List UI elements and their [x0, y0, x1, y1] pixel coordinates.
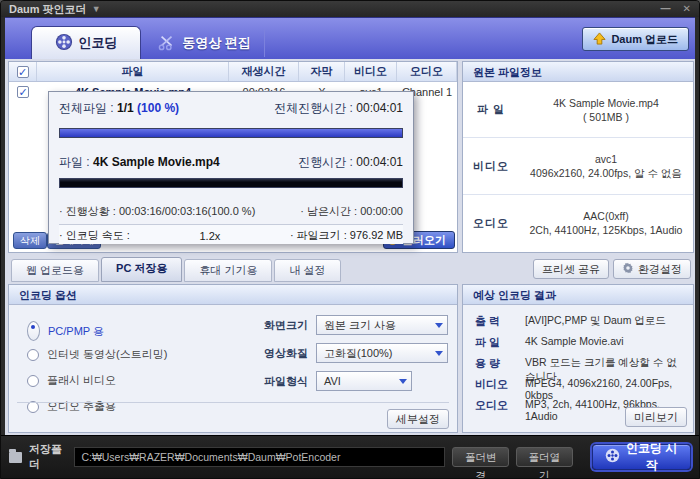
- preset-share-button[interactable]: 프리셋 공유: [533, 259, 609, 279]
- daum-upload-label: Daum 업로드: [611, 32, 678, 47]
- format-select[interactable]: AVI: [316, 371, 412, 391]
- remaining-time-text: · 남은시간 : 00:00:00: [300, 204, 403, 219]
- settings-button[interactable]: 환경설정: [613, 259, 691, 279]
- file-list-header: ✓ 파일 재생시간 자막 비디오 오디오: [9, 62, 457, 82]
- chevron-down-icon: [435, 323, 443, 328]
- total-progress-bar: [59, 128, 403, 138]
- tab-mobile-device[interactable]: 휴대 기기용: [184, 259, 272, 282]
- upload-arrow-icon: [593, 32, 606, 47]
- expected-result-title: 예상 인코딩 결과: [463, 285, 693, 305]
- chevron-down-icon: [435, 351, 443, 356]
- tab-encoding[interactable]: 인코딩: [31, 26, 141, 59]
- column-duration[interactable]: 재생시간: [229, 62, 299, 81]
- chevron-down-icon: [399, 379, 407, 384]
- gear-icon: [622, 262, 634, 276]
- tab-pc-save[interactable]: PC 저장용: [101, 257, 182, 282]
- radio-icon: [27, 349, 39, 361]
- minimize-button[interactable]: —: [661, 2, 671, 16]
- film-reel-icon: [605, 448, 620, 466]
- radio-internet-streaming[interactable]: 인터넷 동영상(스트리밍): [27, 347, 167, 362]
- source-info-panel: 원본 파일정보 파 일 4K Sample Movie.mp4 ( 501MB …: [462, 61, 694, 253]
- result-file-value: 4K Sample Movie.avi: [525, 335, 685, 350]
- detail-settings-button[interactable]: 세부설정: [387, 409, 449, 429]
- divider: [17, 402, 449, 403]
- titlebar: Daum 팟인코더 ▼ — ✕: [1, 1, 699, 17]
- select-all-checkbox[interactable]: ✓: [17, 66, 29, 78]
- current-file-text: 파일 : 4K Sample Movie.mp4: [59, 154, 220, 171]
- quality-select[interactable]: 고화질(100%): [316, 343, 448, 363]
- source-audio-value: AAC(0xff) 2Ch, 44100Hz, 125Kbps, 1Audio: [519, 209, 693, 237]
- total-files-text: 전체파일 : 1/1 (100 %): [59, 100, 179, 117]
- folder-icon: [9, 452, 22, 463]
- title-menu-caret-icon[interactable]: ▼: [92, 4, 101, 14]
- open-folder-button[interactable]: 폴더열기: [516, 447, 573, 467]
- tab-video-edit-label: 동영상 편집: [182, 34, 251, 52]
- encoding-speed-text: · 인코딩 속도 :: [59, 228, 130, 243]
- scissors-film-icon: [158, 33, 176, 54]
- result-file-label: 파 일: [475, 335, 525, 350]
- delete-button[interactable]: 삭제: [13, 232, 47, 249]
- source-video-row: 비디오 avc1 4096x2160, 24.00fps, 알 수 없음: [463, 138, 693, 195]
- tab-video-edit[interactable]: 동영상 편집: [145, 29, 265, 57]
- window-title: Daum 팟인코더: [9, 2, 87, 17]
- elapsed-time-value: 00:04:01: [356, 155, 403, 169]
- close-button[interactable]: ✕: [683, 2, 691, 16]
- column-video[interactable]: 비디오: [345, 62, 397, 81]
- total-progress-fill: [60, 129, 402, 137]
- radio-icon: [27, 321, 40, 341]
- quality-label: 영상화질: [264, 346, 308, 361]
- screen-size-label: 화면크기: [264, 318, 308, 333]
- source-audio-row: 오디오 AAC(0xff) 2Ch, 44100Hz, 125Kbps, 1Au…: [463, 195, 693, 251]
- output-label: 출 력: [475, 314, 525, 329]
- column-audio[interactable]: 오디오: [397, 62, 457, 81]
- screen-size-select[interactable]: 원본 크기 사용: [316, 315, 448, 335]
- start-encoding-button[interactable]: 인코딩 시작: [592, 444, 691, 470]
- encoding-options-title: 인코딩 옵션: [9, 285, 457, 305]
- radio-flash-video[interactable]: 플래시 비디오: [27, 373, 116, 388]
- elapsed-time-text: 진행시간 : 00:04:01: [298, 154, 403, 171]
- output-value: [AVI]PC,PMP 및 Daum 업로드: [525, 314, 685, 329]
- file-size-value: 976.92 MB: [350, 229, 403, 241]
- total-percent: (100 %): [137, 101, 179, 115]
- encoding-speed-value: 1.2x: [199, 230, 220, 242]
- content-area: ✓ 파일 재생시간 자막 비디오 오디오 ✓ 4K Sample Movie.m…: [5, 59, 695, 437]
- preset-tab-strip: 웹 업로드용 PC 저장용 휴대 기기용 내 설정: [11, 257, 341, 282]
- file-progress-bar: [59, 178, 403, 188]
- file-progress-fill: [60, 179, 402, 187]
- remaining-time-value: 00:00:00: [360, 205, 403, 217]
- row-checkbox[interactable]: ✓: [17, 86, 29, 98]
- app-window: Daum 팟인코더 ▼ — ✕ 인코딩 동영상 편집 Daum 업로드: [0, 0, 700, 479]
- source-file-label: 파 일: [463, 102, 519, 117]
- save-folder-path[interactable]: C:₩Users₩RAZER₩Documents₩Daum₩PotEncoder: [74, 447, 445, 467]
- expected-result-panel: 예상 인코딩 결과 출 력 [AVI]PC,PMP 및 Daum 업로드 파 일…: [462, 284, 694, 433]
- progress-status-text: · 진행상황 : 00:03:16/00:03:16(100.0 %): [59, 204, 255, 219]
- total-time-value: 00:04:01: [356, 101, 403, 115]
- radio-icon: [27, 375, 39, 387]
- film-reel-icon: [55, 33, 73, 54]
- source-video-value: avc1 4096x2160, 24.00fps, 알 수 없음: [519, 152, 693, 180]
- bottom-bar: 저장폴더 C:₩Users₩RAZER₩Documents₩Daum₩PotEn…: [1, 435, 699, 478]
- preview-button[interactable]: 미리보기: [625, 407, 687, 427]
- tab-web-upload[interactable]: 웹 업로드용: [11, 259, 99, 282]
- total-files-value: 1/1: [117, 101, 134, 115]
- source-video-label: 비디오: [463, 159, 519, 174]
- progress-status-value: 00:03:16/00:03:16(100.0 %): [119, 205, 255, 217]
- source-file-value: 4K Sample Movie.mp4 ( 501MB ): [519, 96, 693, 124]
- encoding-progress-dialog: 전체파일 : 1/1 (100 %) 전체진행시간 : 00:04:01 파일 …: [48, 91, 414, 244]
- source-file-row: 파 일 4K Sample Movie.mp4 ( 501MB ): [463, 82, 693, 138]
- tab-encoding-label: 인코딩: [79, 34, 118, 52]
- file-size-text: · 파일크기 : 976.92 MB: [290, 228, 403, 243]
- save-folder-label: 저장폴더: [29, 442, 67, 472]
- daum-upload-button[interactable]: Daum 업로드: [582, 27, 689, 51]
- total-time-text: 전체진행시간 : 00:04:01: [274, 100, 403, 117]
- column-subtitle[interactable]: 자막: [299, 62, 345, 81]
- encoding-options-panel: 인코딩 옵션 PC/PMP 용 인터넷 동영상(스트리밍) 플래시 비디오 오디…: [8, 284, 458, 433]
- tab-my-settings[interactable]: 내 설정: [274, 259, 340, 282]
- format-label: 파일형식: [264, 374, 308, 389]
- source-info-title: 원본 파일정보: [463, 62, 693, 82]
- column-file[interactable]: 파일: [37, 62, 229, 81]
- radio-pc-pmp[interactable]: PC/PMP 용: [27, 321, 104, 341]
- source-audio-label: 오디오: [463, 216, 519, 231]
- change-folder-button[interactable]: 폴더변경: [452, 447, 509, 467]
- result-audio-label: 오디오: [475, 398, 525, 422]
